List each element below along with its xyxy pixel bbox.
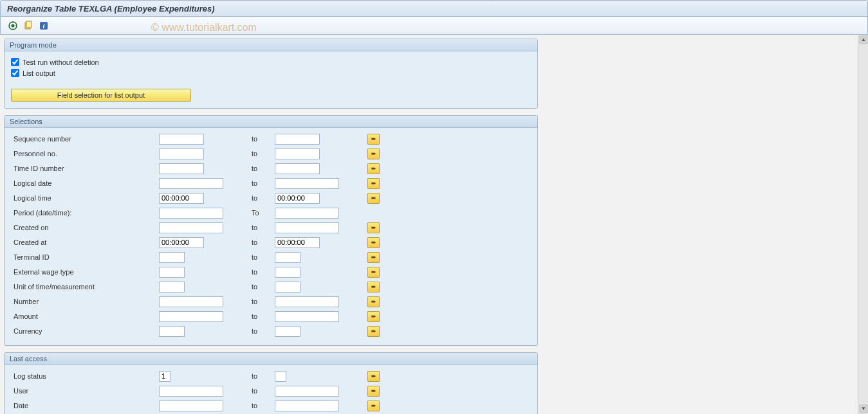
- from-input[interactable]: [159, 222, 223, 233]
- from-input[interactable]: [159, 193, 204, 204]
- multiple-selection-button[interactable]: ➨: [367, 237, 380, 248]
- multiple-selection-button[interactable]: ➨: [367, 326, 380, 337]
- multiple-selection-button[interactable]: ➨: [367, 311, 380, 322]
- from-input[interactable]: [159, 163, 204, 174]
- selection-row: Sequence numberto➨: [11, 132, 531, 146]
- multiple-selection-button[interactable]: ➨: [367, 148, 380, 159]
- to-input[interactable]: [275, 267, 300, 278]
- selection-label: Created on: [11, 224, 159, 231]
- to-label: to: [249, 402, 275, 410]
- execute-icon[interactable]: [7, 20, 19, 32]
- from-input[interactable]: [159, 311, 223, 322]
- to-input[interactable]: [275, 193, 320, 204]
- selection-label: Date: [11, 402, 159, 410]
- to-input[interactable]: [275, 222, 339, 233]
- selection-row: Terminal IDto➨: [11, 250, 531, 264]
- multiple-selection-button[interactable]: ➨: [367, 296, 380, 307]
- to-label: to: [249, 268, 275, 276]
- selection-row: Amountto➨: [11, 309, 531, 323]
- selection-row: Logical timeto➨: [11, 191, 531, 205]
- to-label: to: [249, 372, 275, 380]
- multiple-selection-button[interactable]: ➨: [367, 193, 380, 204]
- to-input[interactable]: [275, 163, 320, 174]
- selection-label: Personnel no.: [11, 150, 159, 158]
- selection-label: User: [11, 387, 159, 395]
- to-input[interactable]: [275, 401, 339, 411]
- selection-label: Unit of time/measurement: [11, 283, 159, 291]
- from-input[interactable]: [159, 401, 223, 411]
- to-label: to: [249, 165, 275, 172]
- to-input[interactable]: [275, 282, 300, 292]
- from-input[interactable]: [159, 148, 204, 159]
- multiple-selection-button[interactable]: ➨: [367, 134, 380, 145]
- selection-row: Log statusto➨: [11, 369, 531, 383]
- from-input[interactable]: [159, 282, 185, 292]
- outer-scrollbar[interactable]: ▲ ▼: [858, 35, 868, 414]
- to-input[interactable]: [275, 386, 339, 397]
- to-input[interactable]: [275, 252, 300, 263]
- selection-row: Created onto➨: [11, 221, 531, 235]
- to-label: To: [249, 209, 275, 217]
- svg-rect-7: [26, 21, 32, 28]
- scroll-up-icon[interactable]: ▲: [859, 35, 868, 44]
- selection-label: Amount: [11, 312, 159, 320]
- from-input[interactable]: [159, 208, 223, 219]
- multiple-selection-button[interactable]: ➨: [367, 163, 380, 174]
- to-input[interactable]: [275, 296, 339, 307]
- from-input[interactable]: [159, 386, 223, 397]
- to-label: to: [249, 298, 275, 305]
- selection-row: Unit of time/measurementto➨: [11, 280, 531, 294]
- from-input[interactable]: [159, 252, 185, 263]
- to-input[interactable]: [275, 311, 339, 322]
- from-input[interactable]: [159, 326, 185, 337]
- multiple-selection-button[interactable]: ➨: [367, 386, 380, 397]
- title-bar: Reorganize Table TEXLGA (Employee Expend…: [0, 0, 868, 17]
- list-output-label: List output: [23, 69, 55, 77]
- multiple-selection-button[interactable]: ➨: [367, 178, 380, 189]
- multiple-selection-button[interactable]: ➨: [367, 282, 380, 292]
- selections-group: Selections Sequence numberto➨Personnel n…: [4, 115, 538, 346]
- to-label: to: [249, 135, 275, 143]
- selection-label: Sequence number: [11, 135, 159, 143]
- from-input[interactable]: [159, 237, 204, 248]
- to-input[interactable]: [275, 237, 320, 248]
- selection-label: Number: [11, 298, 159, 305]
- multiple-selection-button[interactable]: ➨: [367, 222, 380, 233]
- multiple-selection-button[interactable]: ➨: [367, 252, 380, 263]
- to-label: to: [249, 253, 275, 261]
- to-input[interactable]: [275, 178, 339, 189]
- from-input[interactable]: [159, 296, 223, 307]
- get-variant-icon[interactable]: [23, 20, 34, 32]
- multiple-selection-button[interactable]: ➨: [367, 401, 380, 411]
- to-label: to: [249, 283, 275, 291]
- scroll-down-icon[interactable]: ▼: [859, 404, 868, 413]
- selection-row: External wage typeto➨: [11, 265, 531, 279]
- selection-row: Dateto➨: [11, 399, 531, 413]
- from-input[interactable]: [159, 371, 171, 382]
- from-input[interactable]: [159, 178, 223, 189]
- from-input[interactable]: [159, 134, 204, 145]
- to-label: to: [249, 387, 275, 395]
- selection-row: Created atto➨: [11, 235, 531, 249]
- field-selection-button[interactable]: Field selection for list output: [11, 89, 191, 102]
- to-label: to: [249, 224, 275, 231]
- to-input[interactable]: [275, 134, 320, 145]
- to-input[interactable]: [275, 326, 300, 337]
- list-output-checkbox[interactable]: [11, 69, 19, 77]
- multiple-selection-button[interactable]: ➨: [367, 267, 380, 278]
- information-icon[interactable]: i: [38, 20, 50, 32]
- svg-point-1: [12, 24, 15, 27]
- test-run-checkbox[interactable]: [11, 58, 19, 66]
- toolbar: i: [0, 17, 868, 35]
- program-mode-group: Program mode Test run without deletion L…: [4, 39, 538, 109]
- selection-row: Userto➨: [11, 384, 531, 398]
- multiple-selection-button[interactable]: ➨: [367, 371, 380, 382]
- selection-label: Created at: [11, 239, 159, 246]
- from-input[interactable]: [159, 267, 185, 278]
- to-input[interactable]: [275, 148, 320, 159]
- selection-label: Log status: [11, 372, 159, 380]
- to-input[interactable]: [275, 371, 286, 382]
- to-input[interactable]: [275, 208, 339, 219]
- program-mode-header: Program mode: [5, 39, 537, 51]
- selection-label: Currency: [11, 327, 159, 335]
